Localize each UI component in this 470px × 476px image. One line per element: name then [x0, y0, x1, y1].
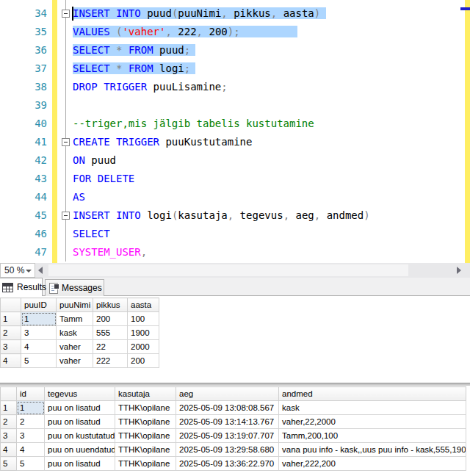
- grid-cell[interactable]: 2025-05-09 13:08:08.567: [176, 401, 279, 415]
- grid-cell[interactable]: TTHK\opilane: [115, 415, 176, 429]
- grid-cell[interactable]: vaher: [57, 354, 93, 368]
- code-line[interactable]: ON puud: [73, 151, 116, 170]
- grid-corner-cell[interactable]: [1, 387, 17, 401]
- column-header[interactable]: id: [17, 387, 45, 401]
- grid-cell[interactable]: 200: [93, 312, 128, 326]
- grid-cell[interactable]: 1: [21, 312, 57, 326]
- grid-cell[interactable]: 3: [21, 326, 57, 340]
- grid-cell[interactable]: Tamm: [57, 312, 93, 326]
- column-header[interactable]: tegevus: [45, 387, 115, 401]
- grid-cell[interactable]: TTHK\opilane: [115, 401, 176, 415]
- grid-cell[interactable]: puu on lisatud: [45, 401, 115, 415]
- grid-cell[interactable]: puu on lisatud: [45, 457, 115, 471]
- editor-zoom-select[interactable]: 50 %: [0, 263, 35, 278]
- line-number[interactable]: 36: [0, 41, 47, 60]
- column-header[interactable]: kasutaja: [115, 387, 176, 401]
- line-number[interactable]: 41: [0, 133, 47, 151]
- grid-cell[interactable]: 1: [17, 401, 45, 415]
- column-header[interactable]: andmed: [279, 387, 466, 401]
- grid-cell[interactable]: 2: [17, 415, 45, 429]
- row-header[interactable]: 5: [1, 457, 17, 471]
- row-header[interactable]: 2: [1, 326, 21, 340]
- grid-corner-cell[interactable]: [1, 298, 21, 312]
- line-number[interactable]: 39: [0, 96, 47, 115]
- tab-results[interactable]: Results: [0, 278, 43, 296]
- code-line[interactable]: INSERT INTO logi(kasutaja, tegevus, aeg,…: [73, 206, 370, 225]
- grid-cell[interactable]: 2025-05-09 13:19:07.707: [176, 429, 279, 443]
- code-line[interactable]: CREATE TRIGGER puuKustutamine: [73, 133, 252, 151]
- code-line[interactable]: SELECT * FROM logi;: [73, 60, 195, 78]
- grid-cell[interactable]: vana puu info - kask,,uus puu info - kas…: [279, 443, 466, 457]
- grid-cell[interactable]: 5: [21, 354, 57, 368]
- grid-cell[interactable]: 2025-05-09 13:36:22.970: [176, 457, 279, 471]
- line-number[interactable]: 44: [0, 188, 47, 206]
- line-number[interactable]: 43: [0, 170, 47, 188]
- column-header[interactable]: aasta: [128, 298, 159, 312]
- line-number[interactable]: 45: [0, 206, 47, 225]
- horizontal-scroll-thumb[interactable]: [48, 264, 408, 276]
- row-header[interactable]: 3: [1, 340, 21, 354]
- grid-cell[interactable]: 4: [21, 340, 57, 354]
- line-number[interactable]: 40: [0, 115, 47, 133]
- code-line[interactable]: DROP TRIGGER puuLisamine;: [73, 78, 228, 96]
- grid-cell[interactable]: 4: [17, 443, 45, 457]
- grid-cell[interactable]: 5: [17, 457, 45, 471]
- row-header[interactable]: 4: [1, 443, 17, 457]
- code-line[interactable]: --triger,mis jälgib tabelis kustutamine: [73, 115, 314, 133]
- grid-cell[interactable]: 222: [93, 354, 128, 368]
- grid-cell[interactable]: 22: [93, 340, 128, 354]
- line-number[interactable]: 37: [0, 60, 47, 78]
- column-header[interactable]: aeg: [176, 387, 279, 401]
- scroll-left-icon[interactable]: [38, 267, 43, 274]
- grid-cell[interactable]: 2025-05-09 13:29:58.680: [176, 443, 279, 457]
- code-line[interactable]: INSERT INTO puud(puuNimi, pikkus, aasta): [73, 4, 326, 23]
- row-header[interactable]: 3: [1, 429, 17, 443]
- grid-cell[interactable]: 1900: [128, 326, 159, 340]
- grid-cell[interactable]: 200: [128, 354, 159, 368]
- grid-cell[interactable]: 100: [128, 312, 159, 326]
- code-line[interactable]: AS: [73, 188, 85, 206]
- sql-editor[interactable]: 34INSERT INTO puud(puuNimi, pikkus, aast…: [0, 0, 470, 263]
- line-number[interactable]: 38: [0, 78, 47, 96]
- grid-cell[interactable]: 2000: [128, 340, 159, 354]
- code-line[interactable]: FOR DELETE: [73, 170, 134, 188]
- grid-cell[interactable]: vaher,222,200: [279, 457, 466, 471]
- vertical-scrollbar-map[interactable]: [465, 0, 470, 263]
- column-header[interactable]: puuID: [21, 298, 57, 312]
- grid-cell[interactable]: vaher,22,2000: [279, 415, 466, 429]
- grid-cell[interactable]: 3: [17, 429, 45, 443]
- grid-cell[interactable]: kask: [57, 326, 93, 340]
- row-header[interactable]: 1: [1, 401, 17, 415]
- grid-cell[interactable]: TTHK\opilane: [115, 429, 176, 443]
- scroll-right-icon[interactable]: [457, 267, 461, 274]
- fold-collapse-icon[interactable]: [62, 138, 70, 146]
- grid-cell[interactable]: Tamm,200,100: [279, 429, 466, 443]
- grid-cell[interactable]: puu on lisatud: [45, 415, 115, 429]
- line-number[interactable]: 42: [0, 151, 47, 170]
- code-line[interactable]: SYSTEM_USER,: [73, 243, 147, 262]
- code-line[interactable]: VALUES ('vaher', 222, 200);: [73, 23, 297, 41]
- line-number[interactable]: 47: [0, 243, 47, 262]
- fold-collapse-icon[interactable]: [62, 10, 70, 18]
- row-header[interactable]: 1: [1, 312, 21, 326]
- tab-messages[interactable]: Messages: [45, 279, 104, 296]
- grid-cell[interactable]: 2025-05-09 13:14:13.767: [176, 415, 279, 429]
- fold-collapse-icon[interactable]: [62, 212, 70, 220]
- line-number[interactable]: 35: [0, 23, 47, 41]
- results-splitter[interactable]: [0, 383, 470, 386]
- grid-cell[interactable]: TTHK\opilane: [115, 443, 176, 457]
- line-number[interactable]: 34: [0, 4, 47, 23]
- grid-cell[interactable]: 555: [93, 326, 128, 340]
- grid-cell[interactable]: puu on uuendatud: [45, 443, 115, 457]
- row-header[interactable]: 2: [1, 415, 17, 429]
- grid-cell[interactable]: vaher: [57, 340, 93, 354]
- grid-cell[interactable]: TTHK\opilane: [115, 457, 176, 471]
- grid-cell[interactable]: kask: [279, 401, 466, 415]
- grid-cell[interactable]: puu on kustutatud: [45, 429, 115, 443]
- horizontal-scrollbar[interactable]: 50 %: [0, 263, 470, 278]
- row-header[interactable]: 4: [1, 354, 21, 368]
- column-header[interactable]: puuNimi: [57, 298, 93, 312]
- line-number[interactable]: 46: [0, 225, 47, 243]
- code-line[interactable]: SELECT * FROM puud;: [73, 41, 195, 60]
- column-header[interactable]: pikkus: [93, 298, 128, 312]
